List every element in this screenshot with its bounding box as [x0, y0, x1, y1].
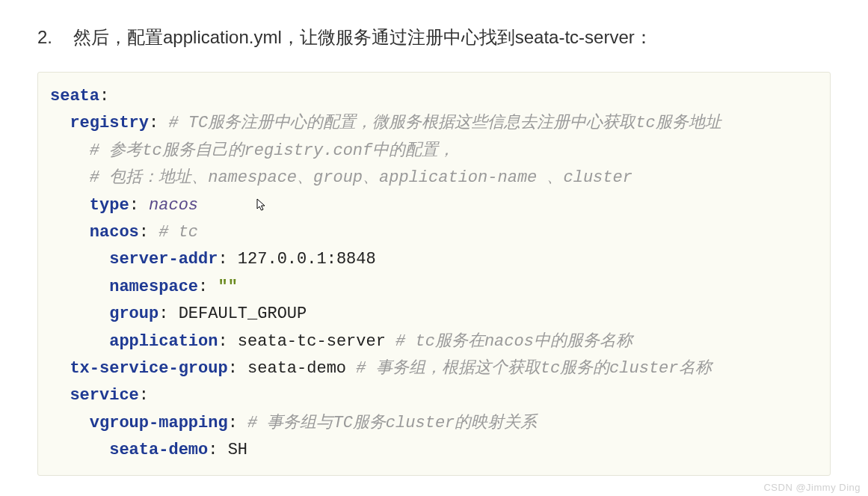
- yaml-key: server-addr: [109, 250, 218, 269]
- yaml-comment: # tc: [158, 223, 198, 242]
- yaml-key: vgroup-mapping: [90, 414, 228, 432]
- yaml-value: "": [218, 278, 237, 296]
- yaml-comment: # tc服务在nacos中的服务名称: [395, 332, 632, 351]
- watermark: CSDN @Jimmy Ding: [763, 482, 861, 493]
- yaml-code-block: seata: registry: # TC服务注册中心的配置，微服务根据这些信息…: [37, 72, 831, 476]
- yaml-key: namespace: [109, 278, 198, 296]
- yaml-value: nacos: [149, 196, 198, 215]
- yaml-value: 127.0.0.1:8848: [238, 250, 376, 269]
- yaml-key: seata: [50, 87, 99, 105]
- yaml-comment: # 事务组与TC服务cluster的映射关系: [247, 414, 537, 432]
- cursor-icon: [256, 198, 267, 212]
- heading-text: 然后，配置application.yml，让微服务通过注册中心找到seata-t…: [73, 24, 653, 51]
- yaml-key: tx-service-group: [70, 359, 227, 378]
- yaml-comment: # 事务组，根据这个获取tc服务的cluster名称: [356, 359, 711, 378]
- yaml-value: DEFAULT_GROUP: [179, 304, 307, 323]
- yaml-key: registry: [70, 114, 149, 132]
- yaml-comment: # 参考tc服务自己的registry.conf中的配置，: [90, 141, 455, 160]
- yaml-key: seata-demo: [109, 441, 208, 459]
- heading-number: 2.: [37, 24, 73, 51]
- yaml-key: group: [109, 304, 158, 323]
- yaml-value: seata-demo: [247, 359, 346, 378]
- yaml-comment: # TC服务注册中心的配置，微服务根据这些信息去注册中心获取tc服务地址: [168, 114, 721, 132]
- yaml-key: service: [70, 386, 138, 405]
- yaml-value: SH: [228, 441, 247, 459]
- yaml-value: seata-tc-server: [238, 332, 386, 351]
- yaml-comment: # 包括：地址、namespace、group、application-name…: [90, 168, 632, 187]
- yaml-key: nacos: [90, 223, 139, 242]
- yaml-key: application: [109, 332, 218, 351]
- document-page: 2. 然后，配置application.yml，让微服务通过注册中心找到seat…: [0, 0, 868, 476]
- yaml-key: type: [90, 196, 129, 215]
- heading: 2. 然后，配置application.yml，让微服务通过注册中心找到seat…: [37, 24, 831, 51]
